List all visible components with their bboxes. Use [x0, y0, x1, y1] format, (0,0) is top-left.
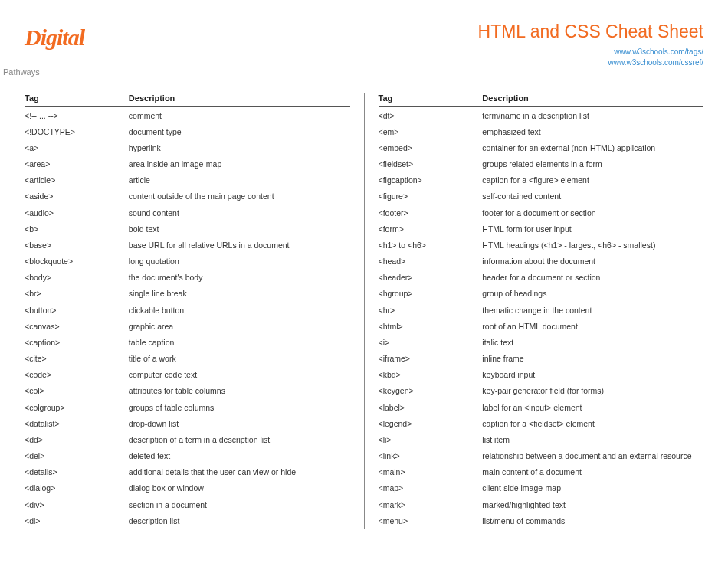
- table-row: <form>HTML form for user input: [379, 221, 704, 237]
- desc-cell: attributes for table columns: [129, 383, 350, 399]
- table-row: <dt>term/name in a description list: [379, 107, 704, 124]
- desc-cell: article: [129, 172, 350, 188]
- col-header-tag: Tag: [25, 93, 129, 107]
- table-row: <details>additional details that the use…: [25, 464, 350, 480]
- desc-cell: thematic change in the content: [482, 302, 703, 318]
- tag-cell: <!DOCTYPE>: [25, 123, 129, 139]
- tag-cell: <del>: [25, 448, 129, 464]
- desc-cell: additional details that the user can vie…: [129, 464, 350, 480]
- table-row: <h1> to <h6>HTML headings (<h1> - larges…: [379, 237, 704, 253]
- table-row: <article>article: [25, 172, 350, 188]
- desc-cell: header for a document or section: [482, 270, 703, 286]
- tag-cell: <i>: [379, 334, 483, 350]
- desc-cell: sound content: [129, 205, 350, 221]
- table-row: <i>italic text: [379, 334, 704, 350]
- tag-cell: <br>: [25, 286, 129, 302]
- desc-cell: self-contained content: [482, 188, 703, 205]
- desc-cell: italic text: [482, 334, 703, 350]
- tag-cell: <dialog>: [25, 480, 129, 496]
- tag-cell: <main>: [379, 464, 483, 480]
- table-row: <area>area inside an image-map: [25, 156, 350, 172]
- tag-cell: <map>: [379, 480, 483, 496]
- table-row: <caption>table caption: [25, 334, 350, 350]
- tag-cell: <colgroup>: [25, 399, 129, 415]
- desc-cell: caption for a <figure> element: [482, 172, 703, 188]
- desc-cell: single line break: [129, 286, 350, 302]
- logo: Digital Pathways: [25, 21, 84, 77]
- tag-cell: <figure>: [379, 188, 483, 205]
- desc-cell: HTML headings (<h1> - largest, <h6> - sm…: [482, 237, 703, 253]
- reference-link-tags[interactable]: www.w3schools.com/tags/: [478, 47, 703, 57]
- table-row: <dl>description list: [25, 512, 350, 529]
- desc-cell: the document's body: [129, 270, 350, 286]
- tags-table-right: Tag Description <dt>term/name in a descr…: [379, 93, 704, 529]
- tag-cell: <!-- ... -->: [25, 107, 129, 124]
- table-row: <colgroup>groups of table columns: [25, 399, 350, 415]
- table-row: <div>section in a document: [25, 496, 350, 512]
- table-row: <link>relationship between a document an…: [379, 448, 704, 464]
- tag-cell: <legend>: [379, 415, 483, 431]
- logo-main-text: Digital: [25, 25, 84, 50]
- title-block: HTML and CSS Cheat Sheet www.w3schools.c…: [478, 21, 703, 68]
- tag-cell: <hgroup>: [379, 286, 483, 302]
- tag-cell: <label>: [379, 399, 483, 415]
- table-row: <footer>footer for a document or section: [379, 205, 704, 221]
- left-column: Tag Description <!-- ... -->comment<!DOC…: [25, 93, 365, 529]
- reference-link-cssref[interactable]: www.w3schools.com/cssref/: [478, 57, 703, 68]
- tag-cell: <head>: [379, 254, 483, 270]
- tag-cell: <caption>: [25, 334, 129, 350]
- table-row: <hgroup>group of headings: [379, 286, 704, 302]
- page-header: Digital Pathways HTML and CSS Cheat Shee…: [25, 21, 703, 77]
- table-row: <embed>container for an external (non-HT…: [379, 139, 704, 155]
- desc-cell: groups related elements in a form: [482, 156, 703, 172]
- tag-cell: <code>: [25, 367, 129, 383]
- tag-cell: <kbd>: [379, 367, 483, 383]
- desc-cell: main content of a document: [482, 464, 703, 480]
- desc-cell: graphic area: [129, 318, 350, 334]
- desc-cell: label for an <input> element: [482, 399, 703, 415]
- desc-cell: caption for a <fieldset> element: [482, 415, 703, 431]
- desc-cell: keyboard input: [482, 367, 703, 383]
- desc-cell: long quotation: [129, 254, 350, 270]
- desc-cell: relationship between a document and an e…: [482, 448, 703, 464]
- tag-cell: <html>: [379, 318, 483, 334]
- tag-cell: <canvas>: [25, 318, 129, 334]
- desc-cell: HTML form for user input: [482, 221, 703, 237]
- tag-cell: <em>: [379, 123, 483, 139]
- desc-cell: information about the document: [482, 254, 703, 270]
- desc-cell: client-side image-map: [482, 480, 703, 496]
- tag-cell: <menu>: [379, 512, 483, 529]
- table-row: <datalist>drop-down list: [25, 415, 350, 431]
- desc-cell: comment: [129, 107, 350, 124]
- desc-cell: drop-down list: [129, 415, 350, 431]
- tag-cell: <embed>: [379, 139, 483, 155]
- desc-cell: base URL for all relative URLs in a docu…: [129, 237, 350, 253]
- table-row: <fieldset>groups related elements in a f…: [379, 156, 704, 172]
- table-row: <dd>description of a term in a descripti…: [25, 431, 350, 447]
- col-header-tag: Tag: [379, 93, 483, 107]
- table-row: <map>client-side image-map: [379, 480, 704, 496]
- tag-cell: <a>: [25, 139, 129, 155]
- page-title: HTML and CSS Cheat Sheet: [478, 21, 703, 42]
- desc-cell: table caption: [129, 334, 350, 350]
- desc-cell: bold text: [129, 221, 350, 237]
- tag-cell: <audio>: [25, 205, 129, 221]
- tag-cell: <article>: [25, 172, 129, 188]
- tag-cell: <keygen>: [379, 383, 483, 399]
- tag-cell: <h1> to <h6>: [379, 237, 483, 253]
- table-row: <button>clickable button: [25, 302, 350, 318]
- right-column: Tag Description <dt>term/name in a descr…: [365, 93, 704, 529]
- desc-cell: emphasized text: [482, 123, 703, 139]
- desc-cell: root of an HTML document: [482, 318, 703, 334]
- table-row: <code>computer code text: [25, 367, 350, 383]
- tag-cell: <b>: [25, 221, 129, 237]
- tag-cell: <cite>: [25, 351, 129, 367]
- desc-cell: list/menu of commands: [482, 512, 703, 529]
- desc-cell: footer for a document or section: [482, 205, 703, 221]
- table-row: <hr>thematic change in the content: [379, 302, 704, 318]
- table-row: <head>information about the document: [379, 254, 704, 270]
- table-row: <b>bold text: [25, 221, 350, 237]
- tag-cell: <form>: [379, 221, 483, 237]
- table-row: <body>the document's body: [25, 270, 350, 286]
- tag-cell: <details>: [25, 464, 129, 480]
